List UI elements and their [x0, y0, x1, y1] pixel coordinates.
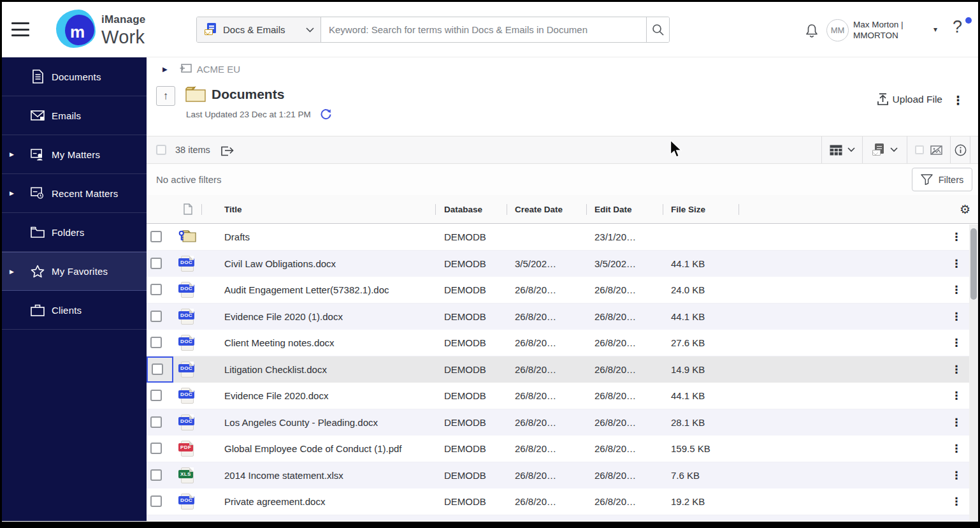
column-header-database[interactable]: Database [435, 195, 507, 223]
sidebar-item-clients[interactable]: Clients [2, 291, 147, 330]
row-checkbox-cell[interactable] [147, 462, 173, 489]
row-menu-button[interactable]: ⋮ [944, 495, 969, 508]
edit-date-value: 26/8/20… [586, 284, 663, 295]
page-menu-button[interactable]: ⋮ [952, 93, 964, 108]
row-checkbox-cell[interactable] [147, 356, 173, 383]
preview-toggle-group[interactable] [907, 136, 951, 163]
row-menu-button[interactable]: ⋮ [944, 283, 969, 297]
sidebar-item-documents[interactable]: Documents [2, 57, 147, 96]
export-button[interactable] [220, 144, 234, 156]
scrollbar-thumb[interactable] [970, 228, 977, 300]
edit-date-value: 26/8/20… [586, 470, 663, 481]
user-menu-caret-icon[interactable]: ▾ [933, 25, 937, 34]
row-checkbox[interactable] [150, 311, 162, 322]
select-all-checkbox[interactable] [156, 145, 166, 155]
document-title[interactable]: 2014 Income statement.xlsx [201, 470, 435, 481]
help-button[interactable]: ? [953, 17, 962, 37]
row-checkbox[interactable] [152, 363, 163, 375]
table-row[interactable]: DOC Civil Law Obligations.docx DEMODB 3/… [147, 251, 969, 277]
column-header-create-date[interactable]: Create Date [507, 195, 586, 223]
row-checkbox[interactable] [150, 337, 162, 348]
row-checkbox[interactable] [150, 495, 162, 507]
top-header: m iManage Work Docs & Emails [2, 2, 978, 57]
row-checkbox-cell[interactable] [147, 436, 173, 462]
row-checkbox-cell[interactable] [147, 251, 173, 277]
table-row[interactable]: DOC Audit Engagement Letter(57382.1).doc… [147, 277, 969, 304]
column-header-title[interactable]: Title [201, 195, 435, 223]
row-menu-button[interactable]: ⋮ [944, 336, 969, 349]
sidebar-item-my-favorites[interactable]: ▶ My Favorites [2, 252, 147, 291]
sidebar-item-recent-matters[interactable]: ▶ Recent Matters [2, 174, 147, 213]
row-menu-button[interactable]: ⋮ [944, 230, 969, 244]
row-menu-button[interactable]: ⋮ [944, 363, 969, 376]
row-checkbox[interactable] [150, 390, 162, 401]
notifications-button[interactable] [804, 23, 819, 41]
document-title[interactable]: Client Meeting notes.docx [201, 337, 435, 348]
document-title[interactable]: Evidence File 2020.docx [201, 390, 435, 401]
row-checkbox[interactable] [150, 258, 162, 269]
row-menu-button[interactable]: ⋮ [944, 257, 969, 270]
search-button[interactable] [646, 17, 669, 42]
row-checkbox-cell[interactable] [147, 224, 173, 250]
row-checkbox-cell[interactable] [147, 383, 173, 409]
expand-caret-icon[interactable]: ▶ [10, 190, 14, 196]
table-row[interactable]: DOC Evidence File 2020 (1).docx DEMODB 2… [147, 304, 969, 330]
filters-button[interactable]: Filters [912, 168, 972, 191]
expand-caret-icon[interactable]: ▶ [10, 268, 14, 275]
table-row[interactable]: DOC Evidence File 2020.docx DEMODB 26/8/… [147, 383, 969, 409]
document-title[interactable]: Los Angeles County - Pleading.docx [201, 417, 435, 428]
navigate-up-button[interactable]: ↑ [156, 86, 175, 106]
row-checkbox-cell[interactable] [147, 277, 173, 303]
expand-caret-icon[interactable]: ▶ [10, 151, 14, 158]
row-menu-button[interactable]: ⋮ [944, 469, 969, 482]
row-checkbox[interactable] [150, 416, 162, 428]
table-row[interactable]: PDF Global Employee Code of Conduct (1).… [147, 436, 969, 462]
hamburger-menu-icon[interactable] [11, 22, 29, 36]
row-checkbox-cell[interactable] [147, 304, 173, 330]
sidebar-item-my-matters[interactable]: ▶ My Matters [2, 135, 147, 174]
document-title[interactable]: Private agreement.docx [201, 496, 435, 507]
table-row[interactable]: DOC Los Angeles County - Pleading.docx D… [147, 409, 969, 436]
upload-file-button[interactable]: Upload File [877, 93, 942, 105]
row-checkbox-cell[interactable] [147, 330, 173, 356]
search-input[interactable] [321, 17, 646, 42]
column-header-file-size[interactable]: File Size [663, 195, 739, 223]
refresh-button[interactable] [320, 108, 332, 123]
table-view-dropdown[interactable] [822, 136, 863, 163]
row-checkbox[interactable] [150, 469, 162, 481]
avatar[interactable]: MM [826, 19, 849, 41]
table-row[interactable]: DOC Private agreement.docx DEMODB 26/8/2… [147, 488, 969, 515]
document-title[interactable]: Litigation Checklist.docx [201, 364, 435, 375]
info-button[interactable] [951, 136, 970, 163]
breadcrumb-caret-icon[interactable]: ▶ [162, 66, 168, 73]
column-header-edit-date[interactable]: Edit Date [586, 195, 663, 223]
table-row[interactable]: Drafts DEMODB 23/1/20… ⋮ [147, 224, 969, 251]
vertical-scrollbar[interactable] [969, 224, 978, 521]
row-menu-button[interactable]: ⋮ [944, 416, 969, 429]
search-scope-dropdown[interactable]: Docs & Emails [197, 17, 321, 42]
row-menu-button[interactable]: ⋮ [944, 389, 969, 402]
row-checkbox-cell[interactable] [147, 488, 173, 515]
database-value: DEMODB [435, 258, 507, 269]
preview-checkbox[interactable] [915, 145, 924, 154]
row-checkbox[interactable] [150, 284, 162, 295]
row-menu-button[interactable]: ⋮ [944, 442, 969, 455]
document-title[interactable]: Civil Law Obligations.docx [201, 258, 435, 269]
row-checkbox[interactable] [150, 231, 162, 242]
document-title[interactable]: Global Employee Code of Conduct (1).pdf [201, 443, 435, 454]
sidebar-item-emails[interactable]: Emails [2, 96, 147, 135]
row-checkbox[interactable] [150, 443, 162, 454]
document-title[interactable]: Drafts [201, 231, 435, 242]
row-menu-button[interactable]: ⋮ [944, 310, 969, 323]
sidebar-item-label: My Favorites [52, 266, 108, 277]
table-row[interactable]: DOC Litigation Checklist.docx DEMODB 26/… [147, 356, 969, 383]
table-row[interactable]: XLS 2014 Income statement.xlsx DEMODB 26… [147, 462, 969, 489]
document-title[interactable]: Audit Engagement Letter(57382.1).doc [201, 284, 435, 295]
column-settings-gear-icon[interactable]: ⚙ [960, 202, 970, 216]
email-document-dropdown[interactable] [863, 136, 907, 163]
breadcrumb-workspace[interactable]: ACME EU [197, 64, 240, 75]
sidebar-item-folders[interactable]: Folders [2, 213, 147, 252]
row-checkbox-cell[interactable] [147, 409, 173, 436]
table-row[interactable]: DOC Client Meeting notes.docx DEMODB 26/… [147, 330, 969, 356]
document-title[interactable]: Evidence File 2020 (1).docx [201, 311, 435, 322]
